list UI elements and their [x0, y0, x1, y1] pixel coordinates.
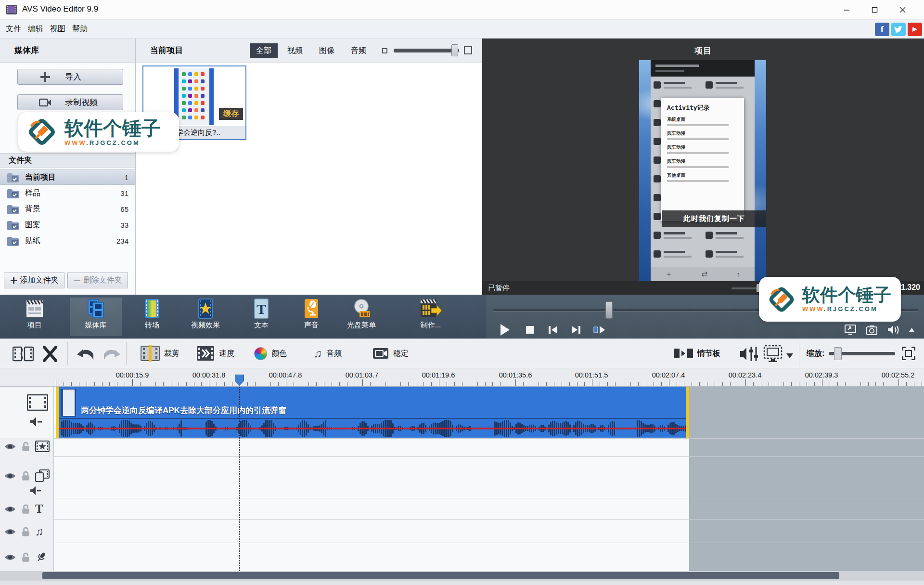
- plus-icon: [39, 71, 51, 83]
- mode-project[interactable]: 项目: [9, 298, 61, 336]
- seek-slider-handle[interactable]: [605, 301, 613, 319]
- video-track-icon: [27, 394, 48, 411]
- folder-row-stickers[interactable]: 贴纸 234: [0, 233, 135, 248]
- stop-button[interactable]: [522, 321, 538, 338]
- playhead-line[interactable]: [239, 387, 240, 571]
- mode-transitions[interactable]: 转场: [126, 298, 178, 336]
- lock-icon[interactable]: [21, 552, 30, 562]
- timeline-ruler[interactable]: 00:00:15.9 00:00:31.8 00:00:47.8 00:01:0…: [0, 368, 924, 387]
- speaker-button[interactable]: [886, 322, 901, 338]
- horizontal-scrollbar[interactable]: [0, 571, 924, 581]
- twitter-icon[interactable]: [891, 23, 906, 36]
- current-project-panel: 当前项目 全部 视频 图像 音频 缓存 两分钟学会逆向反?..: [136, 39, 482, 295]
- thumbnail-size-slider[interactable]: [394, 49, 459, 52]
- separator: [126, 342, 127, 365]
- storyboard-label: 情节板: [697, 349, 720, 359]
- folder-count: 1: [125, 173, 128, 182]
- tab-video[interactable]: 视频: [281, 43, 309, 58]
- remove-folder-button[interactable]: 删除文件夹: [67, 273, 128, 288]
- tab-all[interactable]: 全部: [250, 43, 278, 58]
- text-track-header: T: [4, 502, 43, 516]
- clapperboard-icon: [25, 298, 45, 319]
- frame-step-button[interactable]: [591, 321, 607, 338]
- lock-icon[interactable]: [21, 504, 30, 514]
- mode-disc-menu[interactable]: 光盘菜单: [335, 298, 387, 336]
- lock-icon[interactable]: [21, 471, 30, 481]
- menu-file[interactable]: 文件: [6, 24, 21, 34]
- ruler-label: 00:02:23.4: [729, 371, 762, 379]
- storyboard-button[interactable]: 情节板: [674, 339, 720, 368]
- folder-name: 样品: [25, 188, 40, 198]
- menu-edit[interactable]: 编辑: [28, 24, 43, 34]
- current-project-title: 当前项目: [150, 45, 183, 56]
- folder-icon: [7, 204, 19, 214]
- folder-count: 33: [120, 221, 128, 229]
- overlay-track-icon: [35, 469, 50, 482]
- folder-row-current-project[interactable]: 当前项目 1: [0, 169, 135, 185]
- audio-label: 音频: [326, 349, 342, 359]
- next-button[interactable]: [568, 321, 584, 338]
- youtube-icon[interactable]: [908, 23, 922, 36]
- folder-row-patterns[interactable]: 图案 33: [0, 217, 135, 233]
- visibility-eye-icon[interactable]: [4, 505, 16, 513]
- visibility-eye-icon[interactable]: [4, 553, 16, 561]
- lock-icon[interactable]: [21, 442, 30, 452]
- mode-produce[interactable]: 制作...: [405, 298, 457, 336]
- color-button[interactable]: 颜色: [254, 339, 287, 368]
- collapse-arrow-icon[interactable]: [907, 322, 916, 338]
- delete-clip-button[interactable]: [42, 346, 58, 364]
- snapshot-button[interactable]: [864, 322, 879, 338]
- folder-row-samples[interactable]: 样品 31: [0, 185, 135, 201]
- trim-label: 裁剪: [164, 349, 180, 359]
- divider: [0, 456, 924, 457]
- scrollbar-thumb[interactable]: [42, 572, 839, 579]
- phone-app-header: [651, 60, 755, 77]
- mute-speaker-icon[interactable]: [30, 416, 42, 427]
- display-mode-dropdown-arrow[interactable]: [786, 351, 793, 360]
- mode-text[interactable]: T 文本: [235, 298, 287, 336]
- clip-left-handle[interactable]: [56, 387, 59, 438]
- timeline-zoom-handle[interactable]: [834, 347, 842, 360]
- lock-icon[interactable]: [21, 527, 30, 537]
- menu-help[interactable]: 帮助: [72, 24, 88, 34]
- split-clip-button[interactable]: [13, 346, 34, 364]
- folder-row-backgrounds[interactable]: 背景 65: [0, 201, 135, 217]
- facebook-icon[interactable]: f: [875, 23, 889, 36]
- play-button[interactable]: [497, 321, 513, 338]
- thumbnail-size-handle[interactable]: [451, 44, 458, 56]
- visibility-eye-icon[interactable]: [4, 442, 16, 451]
- speed-button[interactable]: 速度: [196, 339, 234, 368]
- mode-media-library[interactable]: 媒体库: [70, 298, 122, 336]
- close-button[interactable]: [891, 3, 913, 16]
- add-folder-label: 添加文件夹: [20, 275, 59, 286]
- mode-video-effects[interactable]: 视频效果: [180, 298, 231, 336]
- visibility-eye-icon[interactable]: [4, 528, 16, 536]
- audio-button[interactable]: ♫ 音频: [314, 339, 342, 368]
- media-library-title: 媒体库: [14, 45, 39, 56]
- visibility-eye-icon[interactable]: [4, 472, 16, 480]
- tab-audio[interactable]: 音频: [345, 43, 372, 58]
- maximize-button[interactable]: [863, 3, 886, 16]
- media-library-header: 媒体库: [0, 39, 135, 63]
- minimize-button[interactable]: [835, 3, 858, 16]
- add-folder-button[interactable]: 添加文件夹: [4, 273, 64, 288]
- video-frame: Activity记录 系统桌面 风车动漫 风车动漫 风车动漫 其他桌面 此时我们…: [639, 60, 766, 281]
- media-item-thumbnail: [174, 68, 214, 125]
- video-clip[interactable]: 两分钟学会逆向反编译APK去除大部分应用内的引流弹窗: [56, 387, 689, 438]
- clip-right-handle[interactable]: [686, 387, 689, 438]
- record-video-button[interactable]: 录制视频: [17, 94, 123, 110]
- audio-mixer-button[interactable]: [740, 346, 759, 364]
- fit-timeline-button[interactable]: [902, 347, 915, 362]
- display-mode-button[interactable]: [763, 345, 783, 365]
- tab-image[interactable]: 图像: [313, 43, 341, 58]
- previous-button[interactable]: [545, 321, 561, 338]
- stabilize-button[interactable]: 稳定: [372, 339, 409, 368]
- mode-sound[interactable]: 声音: [285, 298, 337, 336]
- fullscreen-button[interactable]: [843, 322, 858, 338]
- mute-speaker-icon[interactable]: [30, 486, 41, 495]
- trim-button[interactable]: 裁剪: [141, 339, 180, 368]
- redo-button[interactable]: [102, 348, 121, 363]
- undo-button[interactable]: [76, 348, 95, 363]
- import-button[interactable]: 导入: [17, 69, 123, 85]
- menu-view[interactable]: 视图: [50, 24, 65, 34]
